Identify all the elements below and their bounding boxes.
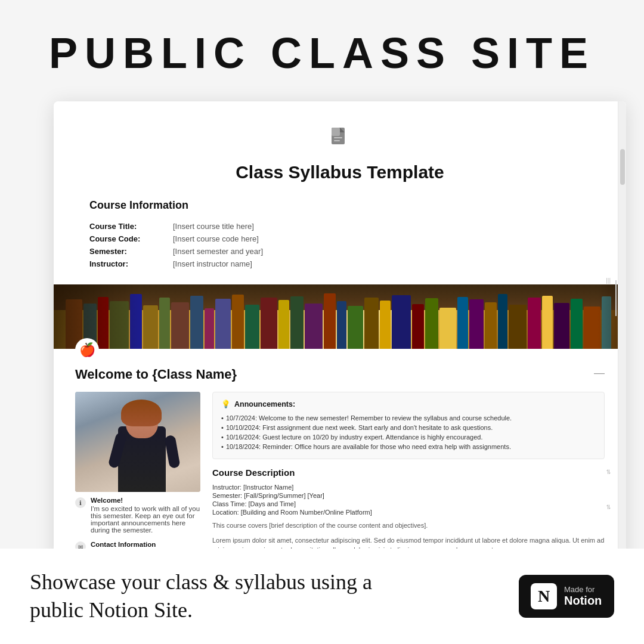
course-semester: Semester: [Fall/Spring/Summer] [Year] — [212, 492, 605, 499]
welcome-title: Welcome to {Class Name} — [75, 367, 237, 382]
course-instructor: Instructor: [Instructor Name] — [212, 484, 605, 491]
syllabus-title: Class Syllabus Template — [89, 162, 590, 182]
bottom-section: Showcase your class & syllabus using a p… — [0, 549, 644, 644]
course-desc-title: Course Description — [212, 467, 605, 478]
field-label: Semester: — [89, 245, 173, 258]
table-row: Instructor: [Insert instructor name] — [89, 258, 590, 270]
announcement-box: 💡 Announcements: 10/7/2024: Welcome to t… — [212, 392, 605, 459]
svg-rect-3 — [334, 140, 340, 141]
contact-label: Contact Information — [91, 541, 200, 548]
sidebar-tools — [615, 280, 617, 316]
svg-rect-2 — [334, 137, 342, 138]
info-icon: ℹ — [75, 497, 86, 508]
table-row: Semester: [Insert semester and year] — [89, 245, 590, 258]
notion-label: Notion — [564, 594, 602, 608]
notion-logo: N — [531, 583, 557, 609]
course-info-table: Course Title: [Insert course title here]… — [89, 220, 590, 270]
svg-rect-1 — [332, 128, 340, 136]
field-value: [Insert semester and year] — [173, 245, 590, 258]
welcome-body: ℹ Welcome! I'm so excited to work with a… — [75, 392, 605, 566]
announcements-header: 💡 Announcements: — [221, 400, 596, 408]
course-location: Location: [Building and Room Number/Onli… — [212, 509, 605, 516]
announcement-item: 10/16/2024: Guest lecture on 10/20 by in… — [221, 432, 596, 442]
collapse-icon[interactable]: — — [594, 367, 605, 379]
main-card: Class Syllabus Template Course Informati… — [54, 101, 626, 566]
field-value: [Insert course code here] — [173, 233, 590, 245]
scrollbar-thumb[interactable] — [620, 149, 625, 185]
filter-icon: ⇌ — [605, 469, 612, 474]
filter-icon-2: ⇌ — [605, 504, 612, 509]
field-label: Course Code: — [89, 233, 173, 245]
field-label: Course Title: — [89, 220, 173, 233]
notion-badge: N Made for Notion — [519, 575, 614, 618]
made-for-label: Made for — [564, 585, 602, 594]
course-info-heading: Course Information — [89, 199, 590, 212]
course-time: Class Time: [Days and Time] — [212, 500, 605, 507]
welcome-section: 🍎 Welcome to {Class Name} — — [54, 349, 626, 566]
syllabus-section: Class Syllabus Template Course Informati… — [54, 101, 626, 284]
apple-icon: 🍎 — [75, 338, 99, 362]
announcements-label: Announcements: — [234, 400, 295, 408]
instructor-photo — [75, 392, 200, 492]
lightbulb-icon: 💡 — [221, 400, 231, 408]
left-column: ℹ Welcome! I'm so excited to work with a… — [75, 392, 200, 566]
scrollbar[interactable] — [618, 101, 626, 566]
welcome-label: Welcome! — [91, 497, 200, 504]
table-row: Course Title: [Insert course title here] — [89, 220, 590, 233]
announcement-item: 10/7/2024: Welcome to the new semester! … — [221, 413, 596, 423]
field-value: [Insert instructor name] — [173, 258, 590, 270]
page-title: PUBLIC CLASS SITE — [0, 0, 644, 97]
document-icon — [89, 125, 590, 151]
welcome-info-item: ℹ Welcome! I'm so excited to work with a… — [75, 497, 200, 534]
tagline: Showcase your class & syllabus using a p… — [30, 568, 376, 624]
announcement-item: 10/10/2024: First assignment due next we… — [221, 423, 596, 432]
field-label: Instructor: — [89, 258, 173, 270]
welcome-header: Welcome to {Class Name} — — [75, 363, 605, 382]
field-value: [Insert course title here] — [173, 220, 590, 233]
hero-image — [54, 284, 626, 349]
announcement-item: 10/18/2024: Reminder: Office hours are a… — [221, 442, 596, 451]
right-column: 💡 Announcements: 10/7/2024: Welcome to t… — [212, 392, 605, 566]
welcome-text: I'm so excited to work with all of you t… — [91, 505, 200, 534]
course-desc-text: This course covers [brief description of… — [212, 521, 605, 531]
table-row: Course Code: [Insert course code here] — [89, 233, 590, 245]
notion-badge-text: Made for Notion — [564, 585, 602, 608]
right-toolbar: ||| — [606, 277, 611, 284]
